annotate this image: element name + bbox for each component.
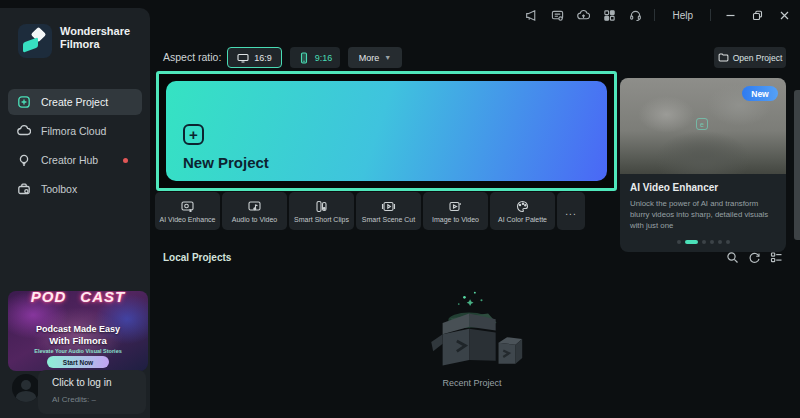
restore-window-icon[interactable] — [749, 7, 765, 23]
brand-name: Wondershare Filmora — [60, 25, 130, 51]
local-projects-heading: Local Projects — [163, 252, 231, 263]
filmora-logo-icon — [18, 24, 52, 58]
feedback-icon[interactable] — [550, 8, 565, 23]
tool-label: Smart Scene Cut — [362, 216, 415, 223]
cloud-sync-icon[interactable] — [576, 8, 591, 23]
feature-title: AI Video Enhancer — [630, 182, 718, 193]
more-tools-button[interactable]: ... — [557, 192, 585, 230]
chevron-down-icon: ▼ — [384, 54, 391, 61]
titlebar-divider — [710, 9, 711, 21]
tool-smart-short-clips[interactable]: Smart Short Clips — [289, 192, 354, 230]
palette-icon — [515, 199, 530, 214]
sidebar-item-creator-hub[interactable]: Creator Hub — [8, 147, 142, 173]
tool-audio-to-video[interactable]: Audio to Video — [222, 192, 287, 230]
watermark-icon: e — [696, 118, 708, 130]
short-clips-icon — [314, 199, 329, 214]
login-label[interactable]: Click to log in — [52, 377, 111, 388]
tool-image-to-video[interactable]: Image to Video — [423, 192, 488, 230]
lightbulb-icon — [16, 153, 31, 168]
tool-label: Audio to Video — [232, 216, 277, 223]
tool-ai-video-enhance[interactable]: AI Video Enhance — [155, 192, 220, 230]
next-feature-card-edge — [794, 90, 800, 240]
sidebar-item-filmora-cloud[interactable]: Filmora Cloud — [8, 118, 142, 144]
titlebar-divider — [654, 9, 655, 21]
list-view-icon[interactable] — [770, 250, 783, 263]
sidebar-item-label: Create Project — [41, 96, 108, 108]
phone-icon — [298, 52, 310, 64]
feature-card-ai-video-enhancer[interactable]: e New AI Video Enhancer Unlock the power… — [620, 78, 786, 252]
notification-dot — [123, 158, 128, 163]
image-to-video-icon — [448, 199, 463, 214]
carousel-dot[interactable] — [718, 240, 722, 244]
megaphone-icon[interactable] — [524, 8, 539, 23]
carousel-dot[interactable] — [702, 240, 706, 244]
new-project-label: New Project — [183, 154, 269, 171]
sidebar: Wondershare Filmora Create Project Filmo… — [0, 8, 150, 418]
search-icon[interactable] — [726, 250, 739, 263]
aspect-ratio-label: Aspect ratio: — [163, 51, 221, 63]
titlebar: Help — [150, 0, 792, 30]
carousel-dots — [620, 240, 786, 244]
help-menu[interactable]: Help — [666, 10, 699, 21]
aspect-16-9-button[interactable]: 16:9 — [227, 47, 282, 68]
add-square-icon — [16, 95, 31, 110]
quick-tools-row: AI Video Enhance Audio to Video Smart Sh… — [155, 192, 585, 230]
new-badge: New — [742, 86, 778, 101]
carousel-dot-active[interactable] — [685, 240, 698, 244]
aspect-9-16-button[interactable]: 9:16 — [290, 47, 340, 68]
tool-smart-scene-cut[interactable]: Smart Scene Cut — [356, 192, 421, 230]
promo-title-right: CAST — [80, 291, 125, 305]
avatar-body-shape — [16, 391, 36, 402]
sidebar-item-create-project[interactable]: Create Project — [8, 89, 142, 115]
refresh-icon[interactable] — [748, 250, 761, 263]
open-project-button[interactable]: Open Project — [714, 47, 786, 68]
promo-title: PODCAST — [8, 291, 148, 305]
new-project-card[interactable]: + New Project — [166, 81, 607, 181]
logo-wedge-shape — [23, 37, 38, 52]
promo-title-left: POD — [31, 291, 67, 305]
promo-subline: Elevate Your Audio Visual Stories — [8, 348, 148, 354]
aspect-more-dropdown[interactable]: More ▼ — [348, 47, 402, 68]
monitor-icon — [237, 52, 249, 64]
tool-label: AI Video Enhance — [160, 216, 216, 223]
cloud-icon — [16, 124, 31, 139]
aspect-more-label: More — [359, 53, 380, 63]
aspect-16-9-label: 16:9 — [254, 53, 272, 63]
recent-project-label: Recent Project — [372, 378, 572, 388]
sidebar-item-label: Filmora Cloud — [41, 125, 106, 137]
carousel-dot[interactable] — [726, 240, 730, 244]
aspect-9-16-label: 9:16 — [315, 53, 333, 63]
tool-label: Smart Short Clips — [294, 216, 349, 223]
toolbox-icon — [16, 182, 31, 197]
empty-box-illustration — [412, 286, 532, 376]
audio-to-video-icon — [247, 199, 262, 214]
sidebar-item-label: Toolbox — [41, 183, 77, 195]
apps-grid-icon[interactable] — [602, 8, 617, 23]
tool-label: Image to Video — [432, 216, 479, 223]
ai-credits-label: AI Credits: – — [52, 395, 96, 404]
support-headset-icon[interactable] — [628, 8, 643, 23]
sidebar-item-toolbox[interactable]: Toolbox — [8, 176, 142, 202]
sidebar-item-label: Creator Hub — [41, 154, 98, 166]
carousel-dot[interactable] — [710, 240, 714, 244]
podcast-promo-banner[interactable]: PODCAST Podcast Made Easy With Filmora E… — [8, 291, 148, 371]
feature-description: Unlock the power of AI and transform blu… — [630, 198, 778, 231]
avatar[interactable] — [12, 374, 40, 402]
folder-icon — [718, 52, 729, 63]
promo-headline1: Podcast Made Easy — [8, 324, 148, 334]
minimize-icon[interactable] — [722, 7, 738, 23]
filmora-launcher-window: Help Wondershare Filmora Create Projec — [0, 0, 800, 418]
plus-icon: + — [183, 124, 204, 145]
brand-line2: Filmora — [60, 38, 130, 51]
scene-cut-icon — [381, 199, 396, 214]
carousel-dot[interactable] — [677, 240, 681, 244]
open-project-label: Open Project — [733, 53, 783, 63]
close-icon[interactable] — [776, 7, 792, 23]
brand-line1: Wondershare — [60, 25, 130, 38]
local-projects-actions — [726, 250, 783, 263]
video-enhance-icon — [180, 199, 195, 214]
sidebar-nav: Create Project Filmora Cloud Creator Hub — [0, 86, 150, 205]
tool-ai-color-palette[interactable]: AI Color Palette — [490, 192, 555, 230]
promo-headline2: With Filmora — [8, 335, 148, 346]
promo-cta-button[interactable]: Start Now — [47, 356, 109, 368]
